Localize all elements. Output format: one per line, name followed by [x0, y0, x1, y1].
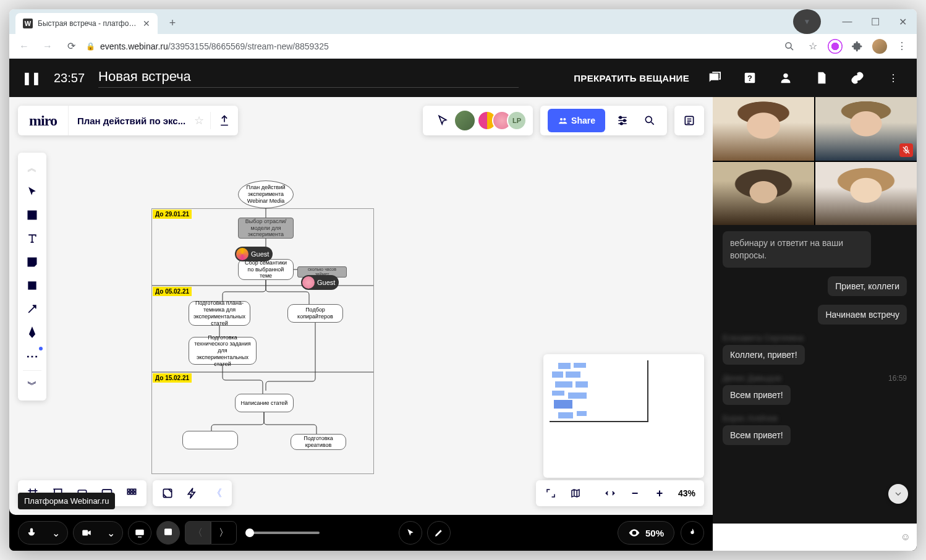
chat-timestamp: 16:59 [888, 374, 907, 383]
bookmark-star-icon[interactable]: ☆ [804, 38, 822, 55]
template-tool[interactable] [18, 203, 46, 227]
url-bar[interactable]: 🔒 events.webinar.ru/33953155/8665569/str… [86, 41, 775, 51]
stop-broadcast-button[interactable]: ПРЕКРАТИТЬ ВЕЩАНИЕ [574, 73, 689, 83]
camera-control[interactable]: ⌄ [73, 521, 123, 545]
zoom-out-button[interactable]: − [624, 487, 646, 500]
expand-down-icon[interactable]: ︾ [18, 373, 46, 397]
svg-point-3 [783, 74, 788, 78]
chat-expand-button[interactable] [888, 484, 908, 504]
participants-grid [713, 97, 917, 225]
svg-rect-16 [130, 489, 132, 491]
cursor-tool-button[interactable] [399, 521, 422, 545]
emoji-icon[interactable]: ☺ [894, 532, 917, 543]
extensions-icon[interactable] [849, 38, 866, 55]
text-tool[interactable] [18, 227, 46, 250]
export-icon[interactable] [211, 114, 238, 127]
participant-video-2[interactable] [815, 97, 917, 161]
settings-sliders-icon[interactable] [609, 114, 636, 127]
maximize-button[interactable]: ☐ [861, 9, 889, 34]
more-menu-icon[interactable]: ⋮ [882, 67, 904, 89]
reload-button[interactable]: ⟳ [62, 38, 80, 55]
cursor-indicator-icon[interactable] [429, 114, 456, 127]
bolt-icon[interactable] [180, 480, 205, 506]
pause-button[interactable]: ❚❚ [22, 70, 40, 85]
chat-username: Денис Давыдов [723, 373, 781, 383]
link-icon[interactable] [846, 67, 869, 89]
miro-logo[interactable]: miro [18, 106, 69, 135]
slide-progress-slider[interactable] [245, 532, 320, 534]
chat-message: Всем привет! [723, 425, 791, 445]
camera-chevron[interactable]: ⌄ [100, 522, 122, 544]
mic-control[interactable]: ⌄ [18, 521, 68, 545]
arrow-tool[interactable] [18, 297, 46, 321]
fullscreen-icon[interactable] [540, 488, 562, 499]
expand-up-icon[interactable]: ︽ [18, 156, 46, 180]
next-slide-button[interactable]: 〉 [211, 521, 237, 545]
participants-icon[interactable] [775, 67, 797, 89]
participant-video-1[interactable] [713, 97, 814, 161]
screenshare-button[interactable] [128, 521, 151, 545]
pen-tool[interactable] [18, 321, 46, 344]
svg-rect-17 [134, 489, 135, 491]
files-icon[interactable] [810, 67, 833, 89]
miro-minimap[interactable] [543, 354, 704, 478]
forward-button[interactable]: → [39, 38, 56, 55]
present-icon[interactable] [155, 480, 180, 506]
profile-avatar-1[interactable] [828, 39, 843, 54]
viewer-count[interactable]: 50% [618, 521, 674, 545]
mic-chevron[interactable]: ⌄ [45, 522, 67, 544]
notes-panel-icon[interactable] [676, 114, 703, 127]
chat-icon[interactable] [703, 67, 725, 89]
share-button[interactable]: Share [548, 109, 605, 132]
svg-text:?: ? [747, 74, 752, 83]
marker-tool-button[interactable] [427, 521, 451, 545]
browser-tab-bar: W Быстрая встреча - платформа W ✕ + ▼ — … [9, 9, 917, 34]
chat-input[interactable] [713, 532, 894, 542]
participant-video-3[interactable] [713, 162, 814, 226]
fit-icon[interactable] [599, 488, 621, 499]
svg-rect-12 [28, 282, 36, 289]
shape-tool[interactable] [18, 274, 46, 297]
webinar-bottom-toolbar: ⌄ ⌄ 〈 〉 50% [9, 515, 713, 551]
svg-rect-23 [135, 530, 144, 535]
whiteboard-button[interactable] [156, 521, 180, 545]
participant-video-4[interactable] [815, 162, 917, 226]
star-icon[interactable]: ☆ [194, 114, 210, 127]
chrome-menu-icon[interactable]: ⋮ [893, 38, 911, 55]
tooltip: Платформа Webinar.ru [18, 493, 115, 509]
fire-reaction-button[interactable] [681, 521, 704, 545]
collab-avatar-4[interactable]: LP [507, 111, 527, 130]
apps-icon[interactable] [119, 480, 144, 506]
meeting-title-input[interactable]: Новая встреча [98, 69, 519, 88]
search-icon[interactable] [636, 114, 663, 127]
qa-icon[interactable]: ? [739, 67, 761, 89]
zoom-percent[interactable]: 43% [673, 488, 700, 498]
chat-panel: вебинару и ответит на ваши вопросы. Прив… [713, 225, 917, 524]
svg-point-26 [169, 531, 170, 532]
incognito-shield-icon[interactable]: ▼ [793, 9, 821, 34]
back-button[interactable]: ← [15, 38, 33, 55]
sticky-note-tool[interactable] [18, 250, 46, 274]
profile-avatar-2[interactable] [872, 39, 887, 54]
close-window-button[interactable]: ✕ [889, 9, 917, 34]
browser-address-bar: ← → ⟳ 🔒 events.webinar.ru/33953155/86655… [9, 34, 917, 59]
miro-board-title[interactable]: План действий по экс... [69, 116, 194, 126]
zoom-in-button[interactable]: + [648, 487, 671, 500]
collapse-left-icon[interactable]: 《 [205, 480, 229, 506]
own-message: Начинаем встречу [818, 305, 907, 325]
close-tab-icon[interactable]: ✕ [143, 19, 150, 28]
tab-favicon: W [23, 19, 33, 28]
more-tools[interactable]: ⋯ [18, 344, 46, 368]
minimize-button[interactable]: — [833, 9, 861, 34]
browser-tab[interactable]: W Быстрая встреча - платформа W ✕ [15, 13, 158, 34]
map-icon[interactable] [564, 488, 587, 499]
svg-rect-15 [127, 489, 129, 491]
collab-avatar-1[interactable] [454, 109, 476, 132]
select-tool[interactable] [18, 180, 46, 203]
svg-point-8 [621, 122, 622, 124]
new-tab-button[interactable]: + [164, 14, 181, 32]
search-icon[interactable] [781, 38, 798, 55]
sidebar: вебинару и ответит на ваши вопросы. Прив… [713, 97, 917, 551]
prev-slide-button[interactable]: 〈 [185, 521, 211, 545]
miro-zoom-bar: − + 43% [536, 480, 704, 506]
